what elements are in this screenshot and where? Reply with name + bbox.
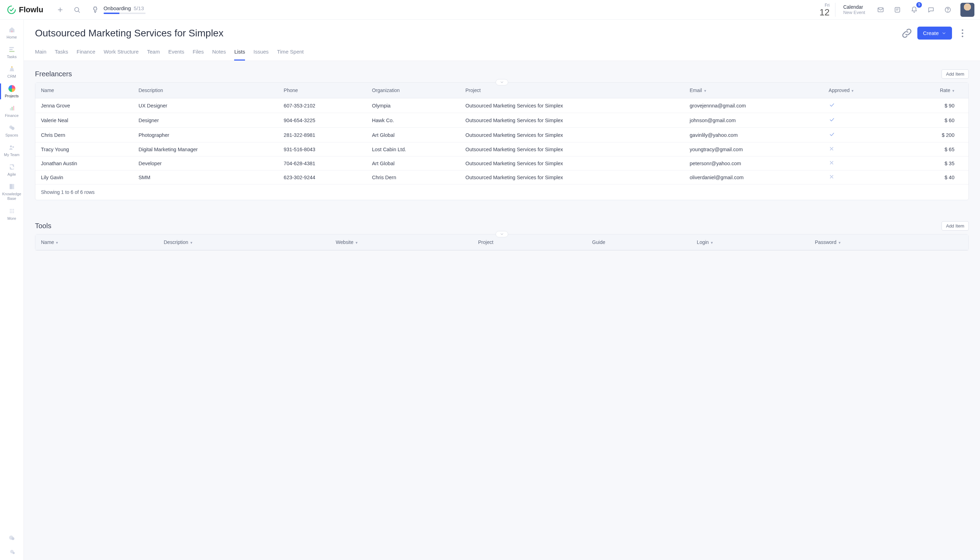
table-cell: 607-353-2102 <box>278 98 367 113</box>
calendar-link[interactable]: Calendar New Event <box>843 4 865 15</box>
flowlu-icon <box>7 5 16 14</box>
tab-events[interactable]: Events <box>168 45 185 60</box>
tab-team[interactable]: Team <box>147 45 160 60</box>
approved-cell <box>823 128 898 142</box>
more-vertical-icon <box>956 27 969 40</box>
add-item-button[interactable]: Add Item <box>942 221 969 231</box>
column-header[interactable]: Approved▾ <box>823 83 898 98</box>
user-avatar[interactable] <box>960 3 974 17</box>
search-button[interactable] <box>70 3 84 17</box>
notifications-button[interactable]: 9 <box>907 3 921 17</box>
chat-button[interactable] <box>924 3 938 17</box>
column-header[interactable]: Guide <box>587 235 691 250</box>
column-header[interactable]: Description▾ <box>158 235 330 250</box>
table-cell: Tracy Young <box>35 142 133 157</box>
column-header[interactable]: Rate▾ <box>898 83 968 98</box>
add-button[interactable] <box>53 3 67 17</box>
create-button[interactable]: Create <box>917 27 952 40</box>
table-cell: Art Global <box>367 128 460 142</box>
help-button[interactable] <box>941 3 955 17</box>
sidebar: Home Tasks CRM Projects Finance Spaces <box>0 20 24 560</box>
table-cell: 623-302-9244 <box>278 170 367 185</box>
approved-cell <box>823 98 898 113</box>
column-header[interactable]: Login▾ <box>691 235 809 250</box>
column-header[interactable]: Project <box>460 83 684 98</box>
date-num: 12 <box>819 8 830 17</box>
tab-tasks[interactable]: Tasks <box>55 45 68 60</box>
column-header[interactable]: Description <box>133 83 278 98</box>
table-row[interactable]: Jenna GroveUX Designer607-353-2102Olympi… <box>35 98 968 113</box>
collapse-handle[interactable] <box>496 231 508 237</box>
collapse-handle[interactable] <box>496 79 508 85</box>
sidebar-item-home[interactable]: Home <box>2 23 22 42</box>
table-cell: Jonathan Austin <box>35 157 133 170</box>
sort-icon: ▾ <box>190 240 192 245</box>
inbox-button[interactable] <box>873 3 888 17</box>
tab-lists[interactable]: Lists <box>234 45 245 60</box>
table-cell: Outsourced Marketing Services for Simple… <box>460 98 684 113</box>
copy-link-button[interactable] <box>900 27 913 40</box>
sidebar-item-myteam[interactable]: My Team <box>2 141 22 160</box>
approved-cell <box>823 170 898 185</box>
table-row[interactable]: Tracy YoungDigital Marketing Manager931-… <box>35 142 968 157</box>
table-cell: Lost Cabin Ltd. <box>367 142 460 157</box>
sidebar-item-spaces[interactable]: Spaces <box>2 121 22 140</box>
link-icon <box>900 27 913 40</box>
onboarding-widget[interactable]: Onboarding 5/13 <box>91 5 146 14</box>
sidebar-item-finance[interactable]: Finance <box>2 102 22 120</box>
tab-files[interactable]: Files <box>193 45 204 60</box>
sidebar-item-crm[interactable]: CRM <box>2 62 22 81</box>
sidebar-footer-icon-1[interactable] <box>8 533 16 542</box>
column-header[interactable]: Organization <box>367 83 460 98</box>
rate-cell: $ 35 <box>898 157 968 170</box>
chevron-down-icon <box>500 232 504 236</box>
table-cell: UX Designer <box>133 98 278 113</box>
tab-work-structure[interactable]: Work Structure <box>103 45 138 60</box>
tab-issues[interactable]: Issues <box>253 45 268 60</box>
rate-cell: $ 200 <box>898 128 968 142</box>
svg-point-18 <box>10 209 11 210</box>
table-cell: Jenna Grove <box>35 98 133 113</box>
tab-main[interactable]: Main <box>35 45 47 60</box>
table-cell: petersonr@yahoo.com <box>684 157 823 170</box>
column-header[interactable]: Phone <box>278 83 367 98</box>
table-row[interactable]: Chris DernPhotographer281-322-8981Art Gl… <box>35 128 968 142</box>
svg-point-21 <box>10 211 11 212</box>
add-item-button[interactable]: Add Item <box>942 69 969 79</box>
brand-logo[interactable]: Flowlu <box>0 5 50 14</box>
sidebar-item-agile[interactable]: Agile <box>2 160 22 179</box>
column-header[interactable]: Name▾ <box>35 235 158 250</box>
table-row[interactable]: Jonathan AustinDeveloper704-628-4381Art … <box>35 157 968 170</box>
more-actions-button[interactable] <box>956 27 969 40</box>
sidebar-item-more[interactable]: More <box>2 204 22 223</box>
column-header[interactable]: Name <box>35 83 133 98</box>
table-row[interactable]: Valerie NealDesigner904-654-3225Hawk Co.… <box>35 113 968 128</box>
tab-time-spent[interactable]: Time Spent <box>277 45 304 60</box>
sidebar-item-projects[interactable]: Projects <box>2 82 22 101</box>
date-calendar-block[interactable]: Fri 12 <box>819 3 835 17</box>
column-header[interactable]: Email▾ <box>684 83 823 98</box>
sidebar-footer-icon-2[interactable] <box>8 547 16 556</box>
list-title-tools: Tools <box>35 222 942 230</box>
tab-finance[interactable]: Finance <box>77 45 95 60</box>
svg-rect-6 <box>9 49 12 50</box>
table-cell: oliverdaniel@gmail.com <box>684 170 823 185</box>
agile-icon <box>8 163 16 171</box>
tasks-icon <box>8 45 16 53</box>
notes-button[interactable] <box>890 3 904 17</box>
table-cell: Outsourced Marketing Services for Simple… <box>460 128 684 142</box>
column-header[interactable]: Password▾ <box>809 235 968 250</box>
table-cell: Digital Marketing Manager <box>133 142 278 157</box>
column-header[interactable]: Project <box>472 235 587 250</box>
table-row[interactable]: Lily GavinSMM623-302-9244Chris DernOutso… <box>35 170 968 185</box>
tab-notes[interactable]: Notes <box>212 45 226 60</box>
sidebar-item-knowledge[interactable]: Knowledge Base <box>2 180 22 204</box>
check-icon <box>829 131 835 138</box>
column-header[interactable]: Website▾ <box>330 235 472 250</box>
table-cell: Lily Gavin <box>35 170 133 185</box>
sidebar-item-tasks[interactable]: Tasks <box>2 43 22 62</box>
onboarding-count: 5/13 <box>134 5 144 11</box>
table-cell: Valerie Neal <box>35 113 133 128</box>
sidebar-item-label: Spaces <box>5 133 18 137</box>
x-icon <box>829 160 834 165</box>
